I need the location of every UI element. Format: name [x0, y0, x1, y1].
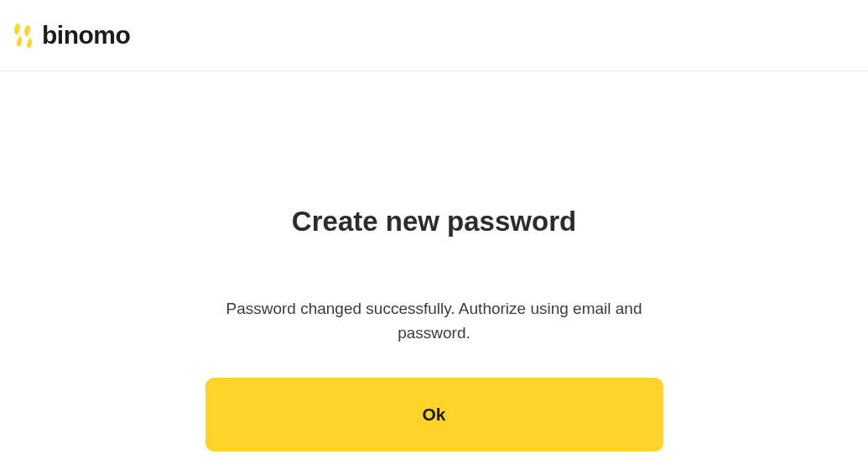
ok-button[interactable]: Ok — [205, 378, 663, 452]
content-area: Create new password Password changed suc… — [0, 71, 868, 452]
dialog-title: Create new password — [205, 206, 663, 238]
binomo-logo-icon — [12, 22, 35, 49]
logo[interactable]: binomo — [12, 21, 130, 50]
header: binomo — [0, 0, 868, 71]
password-dialog: Create new password Password changed suc… — [205, 206, 663, 452]
logo-text: binomo — [42, 21, 130, 50]
dialog-message: Password changed successfully. Authorize… — [205, 296, 663, 346]
